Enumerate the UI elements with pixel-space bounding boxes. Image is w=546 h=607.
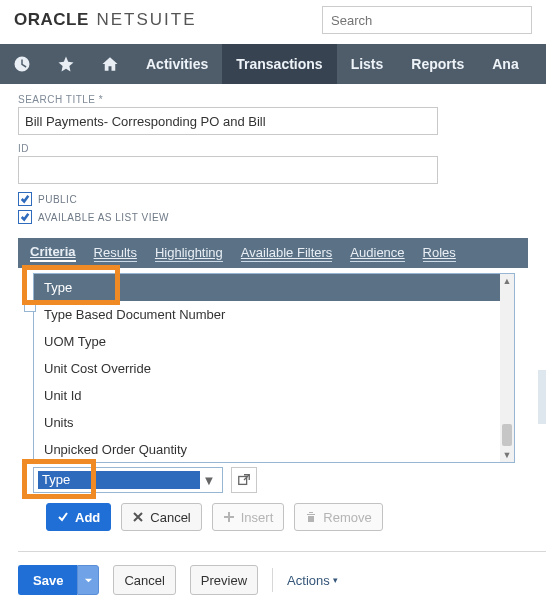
scroll-down-icon[interactable]: ▼	[500, 448, 514, 462]
side-slice	[538, 370, 546, 424]
subtab-results[interactable]: Results	[94, 245, 137, 262]
dropdown-item-type[interactable]: Type	[34, 274, 514, 301]
search-title-input[interactable]	[18, 107, 438, 135]
cancel-label: Cancel	[124, 573, 164, 588]
filter-dropdown-panel: Type Type Based Document Number UOM Type…	[33, 273, 515, 463]
dropdown-item[interactable]: Unit Id	[34, 382, 514, 409]
subtab-available-filters[interactable]: Available Filters	[241, 245, 333, 262]
save-dropdown-toggle[interactable]	[77, 565, 99, 595]
nav-transactions[interactable]: Transactions	[222, 44, 336, 84]
dropdown-item[interactable]: Units	[34, 409, 514, 436]
divider	[18, 551, 546, 552]
id-input[interactable]	[18, 156, 438, 184]
brand-oracle: ORACLE	[14, 10, 89, 30]
add-button-label: Add	[75, 510, 100, 525]
actions-menu[interactable]: Actions ▾	[287, 573, 338, 588]
divider	[272, 568, 273, 592]
subtab-highlighting[interactable]: Highlighting	[155, 245, 223, 262]
save-button[interactable]: Save	[18, 565, 77, 595]
chevron-down-icon: ▾	[333, 575, 338, 585]
nav-analytics[interactable]: Ana	[478, 44, 532, 84]
filter-combo-value: Type	[38, 471, 200, 489]
preview-label: Preview	[201, 573, 247, 588]
filter-combo[interactable]: Type ▼	[33, 467, 223, 493]
actions-label: Actions	[287, 573, 330, 588]
dropdown-item[interactable]: Unpicked Order Quantity	[34, 436, 514, 463]
scroll-up-icon[interactable]: ▲	[500, 274, 514, 288]
dropdown-item[interactable]: Unit Cost Override	[34, 355, 514, 382]
remove-button: Remove	[294, 503, 382, 531]
dropdown-item[interactable]: Type Based Document Number	[34, 301, 514, 328]
preview-button[interactable]: Preview	[190, 565, 258, 595]
scroll-thumb[interactable]	[502, 424, 512, 446]
subtab-roles[interactable]: Roles	[423, 245, 456, 262]
public-label: PUBLIC	[38, 194, 77, 205]
home-icon[interactable]	[88, 44, 132, 84]
global-search-input[interactable]	[322, 6, 532, 34]
public-checkbox[interactable]	[18, 192, 32, 206]
nav-lists[interactable]: Lists	[337, 44, 398, 84]
remove-label: Remove	[323, 510, 371, 525]
cancel-button[interactable]: Cancel	[113, 565, 175, 595]
subtab-audience[interactable]: Audience	[350, 245, 404, 262]
search-title-label: SEARCH TITLE *	[18, 94, 528, 105]
popout-button[interactable]	[231, 467, 257, 493]
nav-activities[interactable]: Activities	[132, 44, 222, 84]
favorites-icon[interactable]	[44, 44, 88, 84]
subtabs: Criteria Results Highlighting Available …	[18, 238, 528, 268]
available-list-view-label: AVAILABLE AS LIST VIEW	[38, 212, 169, 223]
recent-records-icon[interactable]	[0, 44, 44, 84]
nav-reports[interactable]: Reports	[397, 44, 478, 84]
primary-nav: Activities Transactions Lists Reports An…	[0, 44, 546, 84]
brand-logo: ORACLE NETSUITE	[14, 10, 196, 30]
add-button[interactable]: Add	[46, 503, 111, 531]
subtab-criteria[interactable]: Criteria	[30, 244, 76, 262]
insert-label: Insert	[241, 510, 274, 525]
cancel-row-label: Cancel	[150, 510, 190, 525]
available-list-view-checkbox[interactable]	[18, 210, 32, 224]
brand-netsuite: NETSUITE	[96, 10, 196, 30]
insert-button: Insert	[212, 503, 285, 531]
chevron-down-icon[interactable]: ▼	[200, 473, 218, 488]
cancel-row-button[interactable]: Cancel	[121, 503, 201, 531]
id-label: ID	[18, 143, 528, 154]
dropdown-item[interactable]: UOM Type	[34, 328, 514, 355]
dropdown-scrollbar[interactable]: ▲ ▼	[500, 274, 514, 462]
row-open-checkbox[interactable]	[24, 300, 36, 312]
